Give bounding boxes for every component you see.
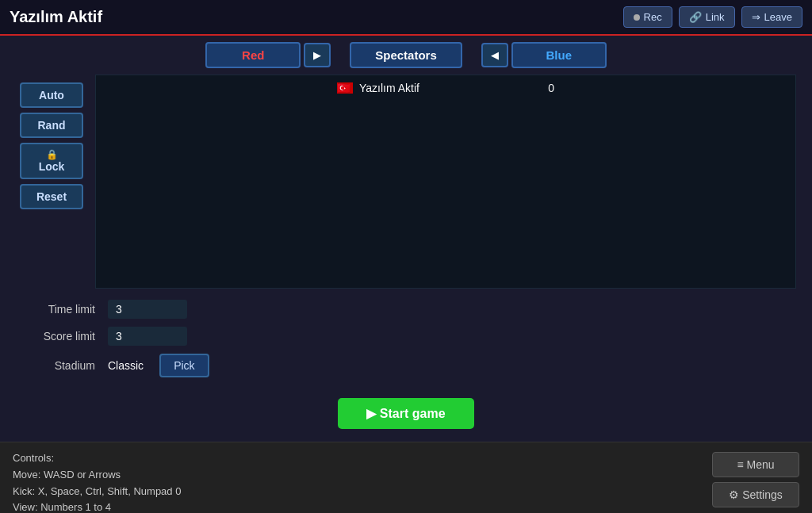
- controls-title: Controls:: [13, 450, 181, 467]
- stadium-row: Stadium Classic Pick: [16, 354, 796, 377]
- lock-label: Lock: [39, 160, 65, 173]
- score-limit-label: Score limit: [16, 330, 95, 343]
- player-area-wrapper: Auto Rand 🔒 Lock Reset 🇹🇷 Yazılım Aktif …: [0, 75, 812, 289]
- stadium-value: Classic: [108, 359, 144, 372]
- menu-button[interactable]: ≡ Menu: [712, 452, 799, 477]
- red-team-button[interactable]: Red: [205, 42, 301, 68]
- link-label: Link: [706, 11, 725, 23]
- controls-view: View: Numbers 1 to 4: [13, 500, 181, 513]
- leave-label: Leave: [764, 11, 792, 23]
- blue-team-button[interactable]: Blue: [511, 42, 607, 68]
- team-header: Red ▶ Spectators ◀ Blue: [0, 36, 812, 75]
- rand-button[interactable]: Rand: [20, 113, 83, 138]
- link-button[interactable]: 🔗 Link: [679, 6, 735, 28]
- controls-move: Move: WASD or Arrows: [13, 467, 181, 484]
- lock-button[interactable]: 🔒 Lock: [20, 143, 83, 179]
- controls-text: Controls: Move: WASD or Arrows Kick: X, …: [13, 450, 181, 513]
- auto-button[interactable]: Auto: [20, 82, 83, 108]
- top-buttons: Rec 🔗 Link ⇒ Leave: [623, 6, 802, 28]
- spectators-button[interactable]: Spectators: [350, 42, 462, 68]
- player-panels: 🇹🇷 Yazılım Aktif 0: [95, 75, 796, 289]
- settings-button[interactable]: ⚙ Settings: [712, 482, 799, 507]
- rec-button[interactable]: Rec: [623, 6, 672, 28]
- time-limit-input[interactable]: [108, 300, 187, 319]
- start-game-row: ▶ Start game: [0, 393, 812, 442]
- player-name: Yazılım Aktif: [359, 82, 419, 94]
- red-panel: [95, 75, 329, 289]
- score-limit-row: Score limit: [16, 327, 796, 346]
- bottom-bar: Controls: Move: WASD or Arrows Kick: X, …: [0, 442, 812, 513]
- time-limit-label: Time limit: [16, 303, 95, 316]
- controls-kick: Kick: X, Space, Ctrl, Shift, Numpad 0: [13, 484, 181, 500]
- game-settings: Time limit Score limit Stadium Classic P…: [0, 289, 812, 393]
- rec-dot-icon: [634, 14, 640, 21]
- score-limit-input[interactable]: [108, 327, 187, 346]
- leave-button[interactable]: ⇒ Leave: [741, 6, 802, 28]
- rec-label: Rec: [644, 11, 662, 23]
- blue-panel: [562, 75, 796, 289]
- leave-icon: ⇒: [752, 11, 760, 23]
- player-score: 0: [548, 82, 554, 94]
- move-to-red-button[interactable]: ▶: [304, 43, 331, 67]
- player-flag-icon: 🇹🇷: [337, 82, 353, 94]
- app-title: Yazılım Aktif: [10, 8, 102, 26]
- time-limit-row: Time limit: [16, 300, 796, 319]
- start-game-button[interactable]: ▶ Start game: [338, 398, 473, 429]
- pick-button[interactable]: Pick: [159, 354, 209, 377]
- reset-button[interactable]: Reset: [20, 184, 83, 209]
- link-icon: 🔗: [689, 11, 702, 23]
- side-buttons: Auto Rand 🔒 Lock Reset: [16, 75, 87, 289]
- stadium-label: Stadium: [16, 359, 95, 372]
- list-item: 🇹🇷 Yazılım Aktif 0: [329, 75, 562, 101]
- top-bar: Yazılım Aktif Rec 🔗 Link ⇒ Leave: [0, 0, 812, 36]
- move-to-blue-button[interactable]: ◀: [481, 43, 508, 67]
- spectators-panel: 🇹🇷 Yazılım Aktif 0: [329, 75, 562, 289]
- bottom-right-buttons: ≡ Menu ⚙ Settings: [712, 452, 799, 507]
- lock-icon: 🔒: [21, 149, 82, 160]
